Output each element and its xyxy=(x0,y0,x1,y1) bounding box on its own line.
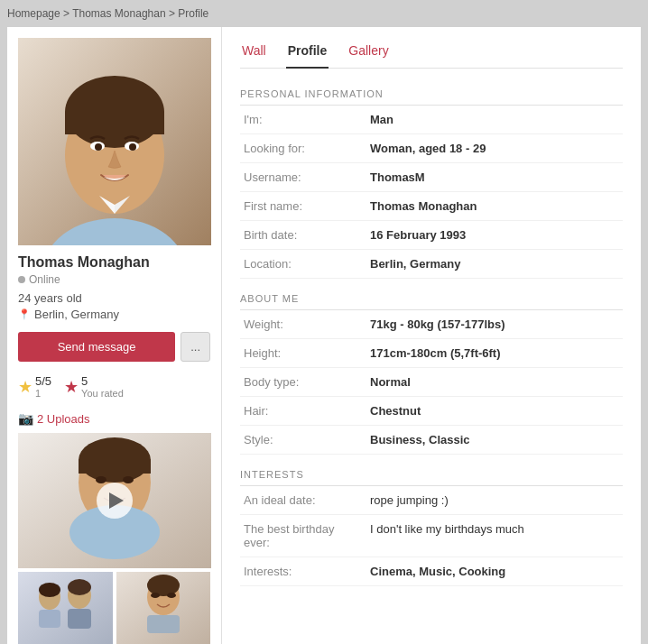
field-value: 16 February 1993 xyxy=(366,221,623,250)
field-label: Username: xyxy=(240,163,366,192)
online-indicator xyxy=(18,276,25,283)
about-me-table: Weight: 71kg - 80kg (157-177lbs) Height:… xyxy=(240,310,623,455)
interests-title: INTERESTS xyxy=(240,464,623,486)
age-info: 24 years old xyxy=(18,291,210,305)
gallery-thumb-small-2[interactable] xyxy=(116,572,211,644)
personal-info-title: PERSONAL INFORMATION xyxy=(240,83,623,106)
svg-point-25 xyxy=(68,579,91,595)
thumb-row xyxy=(18,572,210,644)
field-value: 71kg - 80kg (157-177lbs) xyxy=(366,310,623,339)
field-label: Interests: xyxy=(240,557,366,586)
table-row: An ideal date: rope jumping :) xyxy=(240,486,623,515)
table-row: The best birthday ever: I don't like my … xyxy=(240,515,623,557)
field-value: ThomasM xyxy=(366,163,623,192)
field-label: Birth date: xyxy=(240,221,366,250)
field-value: Chestnut xyxy=(366,397,623,426)
play-button[interactable] xyxy=(97,483,133,519)
interests-table: An ideal date: rope jumping :) The best … xyxy=(240,486,623,586)
play-icon xyxy=(109,492,124,509)
location-icon: 📍 xyxy=(18,308,31,320)
svg-point-10 xyxy=(129,143,136,151)
field-value: Berlin, Germany xyxy=(366,250,623,279)
field-value: Cinema, Music, Cooking xyxy=(366,557,623,586)
svg-rect-20 xyxy=(18,572,113,644)
breadcrumb-home[interactable]: Homepage xyxy=(7,7,60,20)
svg-point-17 xyxy=(96,476,106,483)
location-info: 📍 Berlin, Germany xyxy=(18,308,210,321)
field-label: Hair: xyxy=(240,397,366,426)
table-row: Style: Business, Classic xyxy=(240,426,623,455)
field-label: Location: xyxy=(240,250,366,279)
gallery-thumb-large[interactable] xyxy=(18,433,211,568)
svg-point-22 xyxy=(39,583,60,597)
field-label: First name: xyxy=(240,192,366,221)
your-rating: ★ 5 You rated xyxy=(64,374,124,399)
svg-point-18 xyxy=(123,476,134,483)
thumb-small-2-image xyxy=(116,572,211,644)
personal-info-table: I'm: Man Looking for: Woman, aged 18 - 2… xyxy=(240,106,623,279)
field-value: Woman, aged 18 - 29 xyxy=(366,134,623,163)
field-label: Style: xyxy=(240,426,366,455)
field-value: Business, Classic xyxy=(366,426,623,455)
field-value: rope jumping :) xyxy=(366,486,623,515)
profile-photo xyxy=(18,38,211,245)
camera-icon: 📷 xyxy=(18,411,33,426)
svg-point-32 xyxy=(167,593,176,598)
field-label: Looking for: xyxy=(240,134,366,163)
sidebar: Thomas Monaghan Online 24 years old 📍 Be… xyxy=(7,27,222,644)
svg-rect-6 xyxy=(65,112,164,134)
uploads-label[interactable]: 📷 2 Uploads xyxy=(18,411,210,426)
field-value: Thomas Monaghan xyxy=(366,192,623,221)
main-content: Thomas Monaghan Online 24 years old 📍 Be… xyxy=(7,27,641,644)
table-row: First name: Thomas Monaghan xyxy=(240,192,623,221)
gallery-thumb-small-1[interactable] xyxy=(18,572,113,644)
svg-point-29 xyxy=(147,575,180,596)
gallery-thumbnails xyxy=(18,433,210,644)
ratings-row: ★ 5/5 1 ★ 5 You rated xyxy=(18,374,210,399)
field-label: Height: xyxy=(240,339,366,368)
tab-wall[interactable]: Wall xyxy=(240,38,268,69)
table-row: I'm: Man xyxy=(240,106,623,134)
profile-image xyxy=(18,38,211,245)
field-label: Body type: xyxy=(240,368,366,397)
svg-rect-16 xyxy=(79,460,151,474)
more-options-button[interactable]: ... xyxy=(181,332,210,362)
tabs: Wall Profile Gallery xyxy=(240,38,623,69)
tab-profile[interactable]: Profile xyxy=(286,38,329,69)
svg-rect-26 xyxy=(68,609,91,629)
avg-score: 5/5 xyxy=(35,374,51,388)
avg-rating: ★ 5/5 1 xyxy=(18,374,51,399)
star-red-icon: ★ xyxy=(64,377,79,397)
about-me-title: ABOUT ME xyxy=(240,288,623,310)
your-score: 5 xyxy=(81,374,124,388)
field-value: I don't like my birthdays much xyxy=(366,515,623,557)
profile-name: Thomas Monaghan xyxy=(18,254,210,271)
avg-count: 1 xyxy=(35,388,51,399)
field-value: Normal xyxy=(366,368,623,397)
tab-gallery[interactable]: Gallery xyxy=(347,38,390,69)
breadcrumb: Homepage > Thomas Monaghan > Profile xyxy=(7,7,641,20)
your-label: You rated xyxy=(81,388,124,399)
send-message-button[interactable]: Send message xyxy=(18,332,175,362)
table-row: Looking for: Woman, aged 18 - 29 xyxy=(240,134,623,163)
table-row: Height: 171cm-180cm (5,7ft-6ft) xyxy=(240,339,623,368)
online-label: Online xyxy=(29,273,60,286)
table-row: Interests: Cinema, Music, Cooking xyxy=(240,557,623,586)
online-status: Online xyxy=(18,273,210,286)
thumb-small-1-image xyxy=(18,572,113,644)
table-row: Weight: 71kg - 80kg (157-177lbs) xyxy=(240,310,623,339)
profile-panel: Wall Profile Gallery PERSONAL INFORMATIO… xyxy=(222,27,641,644)
field-value: Man xyxy=(366,106,623,134)
breadcrumb-user[interactable]: Thomas Monaghan xyxy=(72,7,165,20)
field-label: I'm: xyxy=(240,106,366,134)
svg-point-31 xyxy=(151,593,160,598)
field-label: Weight: xyxy=(240,310,366,339)
table-row: Birth date: 16 February 1993 xyxy=(240,221,623,250)
breadcrumb-current: Profile xyxy=(178,7,208,20)
field-label: An ideal date: xyxy=(240,486,366,515)
field-value: 171cm-180cm (5,7ft-6ft) xyxy=(366,339,623,368)
table-row: Location: Berlin, Germany xyxy=(240,250,623,279)
action-buttons: Send message ... xyxy=(18,332,210,362)
table-row: Username: ThomasM xyxy=(240,163,623,192)
page-wrapper: Homepage > Thomas Monaghan > Profile xyxy=(0,0,648,644)
